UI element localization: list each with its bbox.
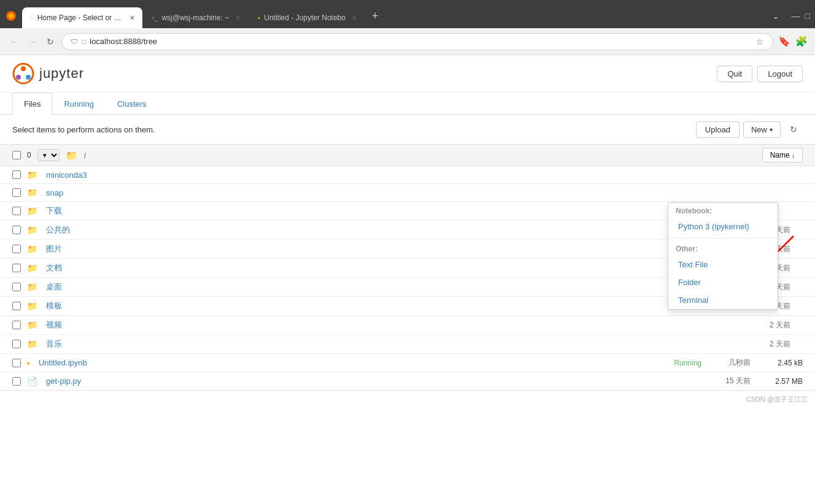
page-content: jupyter Quit Logout Files Running Cluste… bbox=[0, 55, 815, 408]
jupyter-logo-text: jupyter bbox=[39, 66, 84, 82]
new-button[interactable]: New ▾ bbox=[743, 121, 781, 138]
toolbar-text: Select items to perform actions on them. bbox=[12, 125, 155, 134]
refresh-button[interactable]: ↻ bbox=[784, 121, 803, 138]
new-dropdown-menu: Notebook: Python 3 (ipykernel) Other: Te… bbox=[668, 202, 778, 310]
file-name[interactable]: 公共的 bbox=[46, 224, 747, 235]
file-checkbox[interactable] bbox=[12, 283, 21, 291]
bookmark-icon[interactable]: ☆ bbox=[756, 37, 764, 47]
column-header: Name ↓ bbox=[762, 148, 803, 162]
folder-icon: 📁 bbox=[27, 320, 37, 330]
column-name-header[interactable]: Name ↓ bbox=[762, 148, 803, 162]
select-dropdown[interactable]: ▾ bbox=[37, 149, 60, 161]
logout-button[interactable]: Logout bbox=[757, 66, 803, 82]
python-kernel-item[interactable]: Python 3 (ipykernel) bbox=[668, 218, 778, 235]
list-item: 📄 get-pip.py 15 天前 2.57 MB bbox=[0, 372, 815, 391]
header-buttons: Quit Logout bbox=[717, 66, 803, 82]
notebook-section-label: Notebook: bbox=[668, 203, 778, 218]
tab-terminal-close[interactable]: ✕ bbox=[235, 14, 241, 22]
bookmarks-icon[interactable]: 🔖 bbox=[778, 36, 790, 47]
reload-button[interactable]: ↻ bbox=[44, 34, 56, 49]
page-info-icon: □ bbox=[82, 37, 86, 46]
file-checkbox[interactable] bbox=[12, 207, 21, 215]
file-checkbox[interactable] bbox=[12, 170, 21, 179]
other-section-label: Other: bbox=[668, 241, 778, 256]
select-all-checkbox[interactable] bbox=[12, 151, 21, 159]
watermark: CSDN @混子王江江 bbox=[0, 391, 815, 408]
file-checkbox[interactable] bbox=[12, 245, 21, 253]
text-file-item[interactable]: Text File bbox=[668, 256, 778, 273]
file-name[interactable]: miniconda3 bbox=[46, 170, 803, 180]
file-name[interactable]: get-pip.py bbox=[46, 376, 708, 386]
list-item: 📁 音乐 2 天前 bbox=[0, 335, 815, 354]
file-date: 几秒前 bbox=[714, 357, 751, 368]
file-name[interactable]: 文档 bbox=[46, 262, 747, 273]
back-button[interactable]: ← bbox=[7, 34, 21, 49]
folder-item[interactable]: Folder bbox=[668, 273, 778, 291]
file-checkbox[interactable] bbox=[12, 188, 21, 197]
folder-icon: 📁 bbox=[27, 339, 37, 349]
tabs-bar: Files Running Clusters bbox=[0, 93, 815, 115]
list-item: 📁 视频 2 天前 bbox=[0, 316, 815, 335]
file-checkbox[interactable] bbox=[12, 359, 21, 367]
upload-button[interactable]: Upload bbox=[696, 121, 740, 138]
file-name[interactable]: 模板 bbox=[46, 300, 747, 311]
notebook-tab-icon: ▪ bbox=[258, 14, 260, 21]
list-item: ▪ Untitled.ipynb Running 几秒前 2.45 kB bbox=[0, 354, 815, 372]
sort-icon: ↓ bbox=[792, 152, 795, 159]
file-name[interactable]: 视频 bbox=[46, 319, 747, 330]
browser-chrome: ○ Home Page - Select or cre ✕ ›_ wsj@wsj… bbox=[0, 0, 815, 28]
tab-terminal-label: wsj@wsj-machine: ~ bbox=[161, 13, 229, 22]
new-tab-button[interactable]: + bbox=[367, 7, 384, 25]
address-text: localhost:8888/tree bbox=[90, 37, 157, 46]
maximize-button[interactable]: □ bbox=[805, 11, 810, 21]
folder-icon: 📁 bbox=[27, 301, 37, 311]
notebook-file-icon: ▪ bbox=[27, 358, 30, 368]
file-checkbox[interactable] bbox=[12, 340, 21, 348]
file-status: Running bbox=[674, 359, 701, 367]
file-checkbox[interactable] bbox=[12, 321, 21, 329]
file-size: 2.57 MB bbox=[769, 377, 803, 386]
folder-icon: 📁 bbox=[27, 206, 37, 216]
dropdown-divider bbox=[668, 238, 778, 239]
minimize-button[interactable]: — bbox=[792, 11, 800, 21]
terminal-item[interactable]: Terminal bbox=[668, 291, 778, 309]
jupyter-logo[interactable]: jupyter bbox=[12, 63, 84, 85]
file-checkbox[interactable] bbox=[12, 226, 21, 234]
list-item: 📁 miniconda3 bbox=[0, 166, 815, 184]
tab-home-close[interactable]: ✕ bbox=[129, 14, 135, 22]
file-name[interactable]: 桌面 bbox=[46, 281, 747, 292]
jupyter-header: jupyter Quit Logout bbox=[0, 55, 815, 93]
window-controls: — □ bbox=[792, 11, 810, 21]
file-size: 2.45 kB bbox=[769, 359, 803, 367]
file-checkbox[interactable] bbox=[12, 264, 21, 272]
folder-icon: 📁 bbox=[27, 188, 37, 197]
file-date: 2 天前 bbox=[754, 320, 790, 330]
file-icon: 📄 bbox=[27, 376, 37, 386]
address-input-container[interactable]: 🛡 □ localhost:8888/tree ☆ bbox=[61, 33, 773, 50]
file-name[interactable]: 音乐 bbox=[46, 338, 747, 349]
address-bar: ← → ↻ 🛡 □ localhost:8888/tree ☆ 🔖 🧩 bbox=[0, 28, 815, 55]
list-item: 📁 snap bbox=[0, 184, 815, 202]
tab-notebook-label: Untitled - Jupyter Notebo bbox=[264, 13, 346, 22]
file-checkbox[interactable] bbox=[12, 302, 21, 310]
svg-point-5 bbox=[16, 75, 21, 80]
file-name[interactable]: Untitled.ipynb bbox=[39, 358, 668, 367]
shield-icon: 🛡 bbox=[71, 37, 78, 46]
tab-menu-button[interactable]: ⌄ bbox=[767, 9, 784, 23]
tab-home[interactable]: ○ Home Page - Select or cre ✕ bbox=[22, 7, 142, 28]
file-date: 15 天前 bbox=[714, 376, 751, 386]
tab-notebook-close[interactable]: ✕ bbox=[352, 14, 357, 22]
quit-button[interactable]: Quit bbox=[717, 66, 752, 82]
file-name[interactable]: snap bbox=[46, 188, 803, 197]
extensions-icon[interactable]: 🧩 bbox=[795, 36, 808, 47]
file-checkbox[interactable] bbox=[12, 377, 21, 386]
tab-terminal[interactable]: ›_ wsj@wsj-machine: ~ ✕ bbox=[145, 7, 249, 28]
file-name[interactable]: 图片 bbox=[46, 243, 747, 254]
folder-icon: 📁 bbox=[27, 244, 37, 254]
tab-running[interactable]: Running bbox=[52, 93, 105, 115]
tab-notebook[interactable]: ▪ Untitled - Jupyter Notebo ✕ bbox=[250, 7, 365, 28]
tab-files[interactable]: Files bbox=[12, 93, 52, 115]
tab-clusters[interactable]: Clusters bbox=[106, 93, 158, 115]
toolbar-actions: Upload New ▾ ↻ bbox=[696, 121, 803, 138]
forward-button[interactable]: → bbox=[26, 34, 39, 49]
